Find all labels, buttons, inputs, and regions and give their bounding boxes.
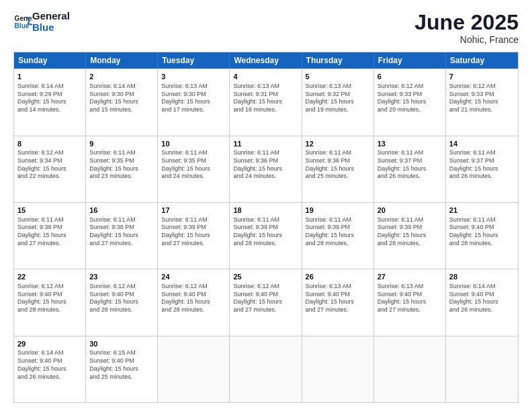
day-info: Sunrise: 6:12 AMSunset: 9:40 PMDaylight:… (17, 283, 82, 314)
cal-cell: 21Sunrise: 6:11 AMSunset: 9:40 PMDayligh… (446, 203, 518, 269)
calendar-body: 1Sunrise: 6:14 AMSunset: 9:29 PMDaylight… (14, 68, 518, 402)
col-sunday: Sunday (14, 52, 86, 68)
day-number: 20 (378, 205, 442, 216)
day-number: 23 (89, 272, 154, 282)
cal-cell: 27Sunrise: 6:13 AMSunset: 9:40 PMDayligh… (374, 269, 446, 335)
cal-cell: 16Sunrise: 6:11 AMSunset: 9:38 PMDayligh… (86, 203, 158, 269)
day-number: 15 (17, 205, 82, 216)
day-number: 27 (378, 272, 442, 282)
day-info: Sunrise: 6:11 AMSunset: 9:39 PMDaylight:… (161, 216, 226, 248)
svg-text:Blue: Blue (15, 22, 30, 30)
day-info: Sunrise: 6:13 AMSunset: 9:40 PMDaylight:… (306, 283, 370, 314)
day-number: 29 (17, 339, 82, 349)
day-number: 9 (89, 139, 154, 149)
cal-cell: 11Sunrise: 6:11 AMSunset: 9:36 PMDayligh… (230, 136, 302, 202)
day-info: Sunrise: 6:15 AMSunset: 9:40 PMDaylight:… (89, 349, 154, 381)
cal-cell (374, 336, 446, 402)
day-number: 16 (89, 205, 154, 216)
cal-cell (158, 336, 230, 402)
col-thursday: Thursday (302, 52, 374, 68)
day-info: Sunrise: 6:11 AMSunset: 9:35 PMDaylight:… (161, 149, 226, 181)
cal-cell: 13Sunrise: 6:11 AMSunset: 9:37 PMDayligh… (374, 136, 446, 202)
cal-cell: 24Sunrise: 6:12 AMSunset: 9:40 PMDayligh… (158, 269, 230, 335)
day-number: 11 (233, 139, 298, 149)
day-number: 1 (17, 72, 82, 82)
day-info: Sunrise: 6:13 AMSunset: 9:31 PMDaylight:… (233, 83, 298, 114)
cal-cell: 4Sunrise: 6:13 AMSunset: 9:31 PMDaylight… (230, 69, 302, 135)
cal-cell: 10Sunrise: 6:11 AMSunset: 9:35 PMDayligh… (158, 136, 230, 202)
day-number: 26 (306, 272, 370, 282)
day-info: Sunrise: 6:11 AMSunset: 9:39 PMDaylight:… (233, 216, 298, 248)
day-info: Sunrise: 6:11 AMSunset: 9:39 PMDaylight:… (378, 216, 442, 248)
day-number: 28 (449, 272, 515, 282)
week-row-2: 8Sunrise: 6:12 AMSunset: 9:34 PMDaylight… (14, 136, 518, 202)
logo: General Blue General Blue (13, 11, 70, 33)
cal-cell: 1Sunrise: 6:14 AMSunset: 9:29 PMDaylight… (14, 69, 86, 135)
cal-cell: 12Sunrise: 6:11 AMSunset: 9:36 PMDayligh… (302, 136, 374, 202)
day-number: 8 (17, 139, 82, 149)
col-monday: Monday (86, 52, 158, 68)
cal-cell: 29Sunrise: 6:14 AMSunset: 9:40 PMDayligh… (14, 336, 86, 402)
day-info: Sunrise: 6:11 AMSunset: 9:38 PMDaylight:… (89, 216, 154, 248)
day-number: 25 (233, 272, 298, 282)
cal-cell: 3Sunrise: 6:13 AMSunset: 9:30 PMDaylight… (158, 69, 230, 135)
day-number: 3 (161, 72, 226, 82)
day-number: 13 (378, 139, 442, 149)
day-info: Sunrise: 6:14 AMSunset: 9:40 PMDaylight:… (449, 283, 515, 314)
title-block: June 2025 Nohic, France (414, 11, 519, 45)
day-number: 2 (89, 72, 154, 82)
day-number: 22 (17, 272, 82, 282)
day-info: Sunrise: 6:11 AMSunset: 9:35 PMDaylight:… (89, 149, 154, 181)
cal-cell (302, 336, 374, 402)
day-info: Sunrise: 6:13 AMSunset: 9:30 PMDaylight:… (161, 83, 226, 114)
cal-cell: 23Sunrise: 6:12 AMSunset: 9:40 PMDayligh… (86, 269, 158, 335)
cal-cell: 18Sunrise: 6:11 AMSunset: 9:39 PMDayligh… (230, 203, 302, 269)
cal-cell: 8Sunrise: 6:12 AMSunset: 9:34 PMDaylight… (14, 136, 86, 202)
day-info: Sunrise: 6:14 AMSunset: 9:30 PMDaylight:… (89, 83, 154, 114)
cal-cell: 17Sunrise: 6:11 AMSunset: 9:39 PMDayligh… (158, 203, 230, 269)
day-number: 19 (306, 205, 370, 216)
cal-cell (446, 336, 518, 402)
col-saturday: Saturday (446, 52, 518, 68)
day-number: 18 (233, 205, 298, 216)
day-number: 5 (306, 72, 370, 82)
logo-icon: General Blue (13, 13, 32, 32)
day-number: 21 (449, 205, 515, 216)
cal-cell: 26Sunrise: 6:13 AMSunset: 9:40 PMDayligh… (302, 269, 374, 335)
cal-cell: 30Sunrise: 6:15 AMSunset: 9:40 PMDayligh… (86, 336, 158, 402)
svg-text:General: General (15, 15, 32, 22)
cal-cell: 25Sunrise: 6:12 AMSunset: 9:40 PMDayligh… (230, 269, 302, 335)
day-info: Sunrise: 6:12 AMSunset: 9:40 PMDaylight:… (161, 283, 226, 314)
day-number: 30 (89, 339, 154, 349)
day-info: Sunrise: 6:11 AMSunset: 9:38 PMDaylight:… (17, 216, 82, 248)
day-number: 17 (161, 205, 226, 216)
week-row-4: 22Sunrise: 6:12 AMSunset: 9:40 PMDayligh… (14, 269, 518, 335)
day-number: 10 (161, 139, 226, 149)
week-row-5: 29Sunrise: 6:14 AMSunset: 9:40 PMDayligh… (14, 336, 518, 402)
cal-cell (230, 336, 302, 402)
cal-cell: 7Sunrise: 6:12 AMSunset: 9:33 PMDaylight… (446, 69, 518, 135)
day-number: 4 (233, 72, 298, 82)
day-info: Sunrise: 6:11 AMSunset: 9:36 PMDaylight:… (233, 149, 298, 181)
day-number: 12 (306, 139, 370, 149)
day-info: Sunrise: 6:14 AMSunset: 9:40 PMDaylight:… (17, 349, 82, 381)
day-number: 7 (449, 72, 515, 82)
day-info: Sunrise: 6:11 AMSunset: 9:40 PMDaylight:… (449, 216, 515, 248)
cal-cell: 22Sunrise: 6:12 AMSunset: 9:40 PMDayligh… (14, 269, 86, 335)
col-friday: Friday (374, 52, 446, 68)
week-row-1: 1Sunrise: 6:14 AMSunset: 9:29 PMDaylight… (14, 68, 518, 135)
day-number: 14 (449, 139, 515, 149)
logo-general: General (32, 11, 70, 22)
page: General Blue General Blue June 2025 Nohi… (0, 0, 532, 411)
week-row-3: 15Sunrise: 6:11 AMSunset: 9:38 PMDayligh… (14, 202, 518, 269)
cal-cell: 14Sunrise: 6:11 AMSunset: 9:37 PMDayligh… (446, 136, 518, 202)
day-info: Sunrise: 6:14 AMSunset: 9:29 PMDaylight:… (17, 83, 82, 114)
cal-cell: 19Sunrise: 6:11 AMSunset: 9:39 PMDayligh… (302, 203, 374, 269)
day-info: Sunrise: 6:12 AMSunset: 9:33 PMDaylight:… (378, 83, 442, 114)
day-info: Sunrise: 6:12 AMSunset: 9:40 PMDaylight:… (89, 283, 154, 314)
calendar-header: Sunday Monday Tuesday Wednesday Thursday… (14, 52, 518, 68)
day-info: Sunrise: 6:12 AMSunset: 9:33 PMDaylight:… (449, 83, 515, 114)
calendar-title: June 2025 (414, 11, 519, 34)
day-info: Sunrise: 6:12 AMSunset: 9:40 PMDaylight:… (233, 283, 298, 314)
day-info: Sunrise: 6:13 AMSunset: 9:32 PMDaylight:… (306, 83, 370, 114)
